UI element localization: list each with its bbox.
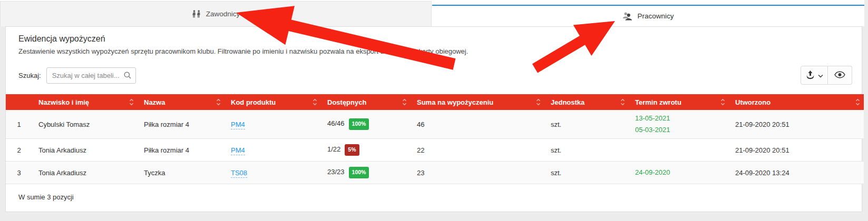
column-header-label: Termin zwrotu (635, 98, 681, 106)
page: Zawodnicy Pracownicy Ewidencja wy (0, 0, 868, 221)
column-header-6[interactable]: Jednostka (544, 94, 629, 110)
cell-product-code: PM4 (225, 110, 321, 139)
cell-person-name: Cybulski Tomasz (32, 110, 138, 139)
cell-product-name: Piłka rozmiar 4 (138, 110, 225, 139)
product-code-link[interactable]: TS08 (231, 169, 247, 178)
cell-created: 24-09-2020 13:24 (729, 162, 864, 184)
sort-icon (129, 98, 134, 106)
cell-product-code: TS08 (225, 162, 321, 184)
column-header-label: Kod produktu (231, 98, 276, 106)
search-input[interactable] (46, 67, 136, 84)
search-icon (123, 71, 132, 82)
cell-product-name: Tyczka (138, 162, 225, 184)
cell-product-name: Piłka rozmiar 4 (138, 139, 225, 162)
sort-icon (402, 98, 407, 106)
search-box (46, 67, 136, 84)
loans-table: Nazwisko i imięNazwaKod produktuDostępny… (6, 94, 864, 184)
cell-created: 21-09-2020 20:51 (729, 139, 864, 162)
tab-bar: Zawodnicy Pracownicy (0, 0, 864, 26)
table-row: 3Tonia ArkadiuszTyczkaTS0823/23100%23szt… (6, 162, 864, 184)
column-header-index (6, 94, 32, 110)
column-header-8[interactable]: Utworzono (729, 94, 864, 110)
column-header-7[interactable]: Termin zwrotu (629, 94, 729, 110)
table-row: 1Cybulski TomaszPiłka rozmiar 4PM446/461… (6, 110, 864, 139)
cell-row-index: 2 (6, 139, 32, 162)
return-date: 24-09-2020 (635, 167, 723, 178)
sort-icon (620, 98, 625, 106)
cell-person-name: Tonia Arkadiusz (32, 139, 138, 162)
availability-badge: 100% (349, 118, 369, 130)
column-header-label: Utworzono (735, 98, 771, 106)
column-header-3[interactable]: Kod produktu (225, 94, 321, 110)
sort-icon (313, 98, 317, 106)
column-header-label: Nazwa (144, 98, 165, 106)
table-summary: W sumie 3 pozycji (18, 193, 862, 201)
panel-header: Ewidencja wypożyczeń Zestawienie wszystk… (6, 27, 862, 55)
column-header-label: Dostępnych (327, 98, 366, 106)
cell-return-date (629, 139, 729, 162)
cell-unit: szt. (544, 110, 629, 139)
search-area: Szukaj: (18, 67, 136, 84)
sort-icon (720, 98, 725, 106)
cell-return-date: 24-09-2020 (629, 162, 729, 184)
cell-person-name: Tonia Arkadiusz (32, 162, 138, 184)
export-icon (805, 70, 815, 81)
chevron-down-icon (818, 72, 823, 79)
column-header-label: Jednostka (551, 98, 584, 106)
page-title: Ewidencja wypożyczeń (18, 34, 849, 44)
cell-available: 23/23100% (321, 162, 411, 184)
sort-icon (855, 98, 860, 106)
loans-panel: Ewidencja wypożyczeń Zestawienie wszystk… (5, 26, 862, 212)
column-header-1[interactable]: Nazwisko i imię (32, 94, 138, 110)
cell-created: 21-09-2020 20:51 (729, 110, 864, 139)
cell-loan-sum: 46 (411, 110, 544, 139)
cell-unit: szt. (544, 139, 629, 162)
product-code-link[interactable]: PM4 (231, 120, 245, 129)
tab-pracownicy-label: Pracownicy (637, 12, 674, 20)
cell-loan-sum: 22 (411, 139, 544, 162)
cell-return-date: 13-05-202105-03-2021 (629, 110, 729, 139)
tab-zawodnicy[interactable]: Zawodnicy (0, 1, 432, 26)
return-date: 13-05-2021 (635, 113, 723, 124)
toolbar-button-group (801, 66, 852, 85)
column-header-4[interactable]: Dostępnych (321, 94, 411, 110)
table-row: 2Tonia ArkadiuszPiłka rozmiar 4PM41/225%… (6, 139, 864, 162)
search-label: Szukaj: (18, 72, 41, 79)
sort-icon (536, 98, 541, 106)
cell-product-code: PM4 (225, 139, 321, 162)
person-icon (622, 12, 632, 21)
visibility-button[interactable] (828, 66, 852, 85)
export-button[interactable] (801, 66, 828, 85)
available-count: 46/46 (327, 119, 345, 127)
column-header-2[interactable]: Nazwa (138, 94, 225, 110)
eye-icon (834, 71, 845, 80)
column-header-5[interactable]: Suma na wypożyczeniu (411, 94, 544, 110)
cell-row-index: 3 (6, 162, 32, 184)
column-header-label: Nazwisko i imię (38, 98, 89, 106)
sort-icon (216, 98, 221, 106)
return-date: 05-03-2021 (635, 124, 723, 136)
table-header-row: Nazwisko i imięNazwaKod produktuDostępny… (6, 94, 864, 110)
available-count: 1/22 (327, 145, 340, 153)
cell-available: 1/225% (321, 139, 411, 162)
product-code-link[interactable]: PM4 (231, 146, 245, 155)
two-people-icon (192, 10, 201, 18)
table-controls: Szukaj: (6, 66, 862, 85)
tab-zawodnicy-label: Zawodnicy (206, 10, 240, 18)
available-count: 23/23 (327, 168, 345, 176)
cell-unit: szt. (544, 162, 629, 184)
tab-pracownicy[interactable]: Pracownicy (432, 5, 864, 26)
availability-badge: 5% (345, 144, 359, 156)
availability-badge: 100% (349, 167, 369, 178)
column-header-label: Suma na wypożyczeniu (417, 98, 493, 106)
cell-row-index: 1 (6, 110, 32, 139)
cell-available: 46/46100% (321, 110, 411, 139)
cell-loan-sum: 23 (411, 162, 544, 184)
page-subtitle: Zestawienie wszystkich wypożyczeń sprzęt… (18, 47, 849, 55)
